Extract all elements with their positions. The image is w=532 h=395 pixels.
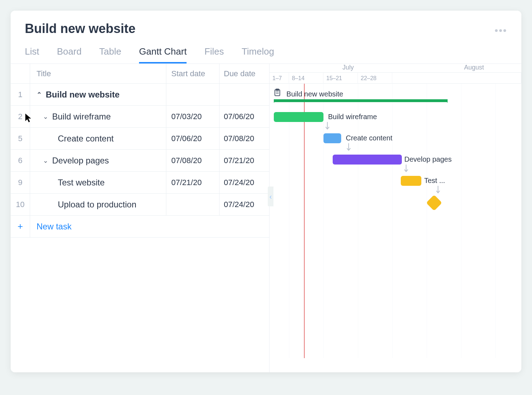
- month-july: July: [270, 64, 427, 72]
- table-header: Title Start date Due date: [11, 64, 269, 84]
- new-task-row[interactable]: + New task: [11, 216, 269, 238]
- week-cell: [392, 73, 521, 84]
- tab-list[interactable]: List: [25, 46, 39, 63]
- table-empty-space: [11, 238, 269, 372]
- gantt-bar-test[interactable]: [401, 176, 421, 186]
- dependency-arrow-icon: [436, 186, 443, 196]
- row-title[interactable]: Test website: [30, 172, 166, 193]
- gantt-bar-wireframe[interactable]: [274, 112, 323, 122]
- month-august: August: [427, 64, 521, 72]
- week-cell: 15–21: [323, 73, 358, 84]
- row-number: 5: [11, 128, 30, 149]
- row-title[interactable]: Upload to production: [30, 194, 166, 215]
- timeline-header: July August 1–7 8–14 15–21 22–28: [270, 64, 521, 84]
- col-header-title[interactable]: Title: [30, 64, 166, 83]
- dependency-arrow-icon: [347, 143, 354, 154]
- collapse-handle-icon[interactable]: ‹: [268, 187, 273, 206]
- gantt-bar-label: Develop pages: [404, 155, 451, 163]
- tab-files[interactable]: Files: [204, 46, 224, 63]
- row-number: 10: [11, 194, 30, 215]
- dependency-arrow-icon: [404, 165, 411, 175]
- tab-timelog[interactable]: Timelog: [242, 46, 274, 63]
- task-table: Title Start date Due date 1 ⌃ Build new …: [11, 64, 270, 372]
- gantt-bar-develop[interactable]: [333, 155, 402, 165]
- tab-board[interactable]: Board: [57, 46, 81, 63]
- project-title: Build new website: [25, 21, 507, 36]
- row-due[interactable]: 07/24/20: [220, 172, 269, 193]
- table-row[interactable]: 5 Create content 07/06/20 07/08/20: [11, 128, 269, 150]
- col-header-num: [11, 64, 30, 83]
- table-row[interactable]: 1 ⌃ Build new website: [11, 84, 269, 106]
- gantt-group-bar[interactable]: [274, 99, 448, 102]
- row-number: 1: [11, 84, 30, 105]
- week-cell: 8–14: [289, 73, 323, 84]
- gantt-bar-content[interactable]: [323, 133, 341, 143]
- today-line: [304, 84, 305, 358]
- col-header-start[interactable]: Start date: [166, 64, 220, 83]
- row-due[interactable]: 07/08/20: [220, 128, 269, 149]
- clipboard-icon: [274, 89, 281, 99]
- new-task-label[interactable]: New task: [37, 222, 72, 232]
- chevron-down-icon[interactable]: ⌄: [43, 157, 50, 165]
- gantt-milestone[interactable]: [426, 195, 442, 211]
- gantt-body[interactable]: ‹ Build new website Build wireframe Crea…: [270, 84, 521, 358]
- row-start[interactable]: [166, 194, 220, 215]
- group-label[interactable]: Build new website: [274, 89, 343, 99]
- row-title-text: Upload to production: [58, 200, 136, 210]
- gantt-bar-label: Build wireframe: [328, 113, 377, 121]
- row-start[interactable]: 07/08/20: [166, 150, 220, 171]
- table-row[interactable]: 9 Test website 07/21/20 07/24/20: [11, 172, 269, 194]
- row-start[interactable]: 07/03/20: [166, 106, 220, 127]
- table-row[interactable]: 6 ⌄ Develop pages 07/08/20 07/21/20: [11, 150, 269, 172]
- row-start[interactable]: 07/06/20: [166, 128, 220, 149]
- chevron-up-icon[interactable]: ⌃: [37, 91, 44, 99]
- table-row[interactable]: 10 Upload to production 07/24/20: [11, 194, 269, 216]
- row-title[interactable]: ⌄ Build wireframe: [30, 106, 166, 127]
- row-due[interactable]: 07/21/20: [220, 150, 269, 171]
- week-cell: 1–7: [270, 73, 289, 84]
- row-due[interactable]: 07/24/20: [220, 194, 269, 215]
- row-title-text: Develop pages: [52, 156, 109, 166]
- project-card: Build new website ••• List Board Table G…: [11, 11, 521, 372]
- table-row[interactable]: 2 ⌄ Build wireframe 07/03/20 07/06/20: [11, 106, 269, 128]
- row-number: 2: [11, 106, 30, 127]
- row-due[interactable]: [220, 84, 269, 105]
- row-title[interactable]: Create content: [30, 128, 166, 149]
- row-title-text: Test website: [58, 178, 105, 188]
- week-cell: 22–28: [358, 73, 392, 84]
- row-title[interactable]: ⌃ Build new website: [30, 84, 166, 105]
- tab-table[interactable]: Table: [99, 46, 121, 63]
- col-header-due[interactable]: Due date: [220, 64, 269, 83]
- view-tabs: List Board Table Gantt Chart Files Timel…: [25, 46, 507, 63]
- plus-icon[interactable]: +: [11, 216, 30, 237]
- main-split: Title Start date Due date 1 ⌃ Build new …: [11, 63, 521, 372]
- tab-gantt[interactable]: Gantt Chart: [139, 46, 187, 63]
- row-title-text: Build new website: [46, 90, 120, 100]
- row-number: 9: [11, 172, 30, 193]
- row-start[interactable]: [166, 84, 220, 105]
- gantt-bar-label: Create content: [346, 134, 392, 142]
- row-title[interactable]: ⌄ Develop pages: [30, 150, 166, 171]
- row-number: 6: [11, 150, 30, 171]
- row-title-text: Build wireframe: [52, 112, 111, 122]
- dependency-arrow-icon: [326, 122, 333, 133]
- row-due[interactable]: 07/06/20: [220, 106, 269, 127]
- row-start[interactable]: 07/21/20: [166, 172, 220, 193]
- chevron-down-icon[interactable]: ⌄: [43, 113, 50, 121]
- row-title-text: Create content: [58, 134, 113, 144]
- more-menu-icon[interactable]: •••: [495, 25, 507, 36]
- gantt-chart[interactable]: July August 1–7 8–14 15–21 22–28 ‹: [270, 64, 521, 372]
- gantt-bar-label: Test ...: [424, 177, 445, 185]
- header: Build new website ••• List Board Table G…: [11, 11, 521, 63]
